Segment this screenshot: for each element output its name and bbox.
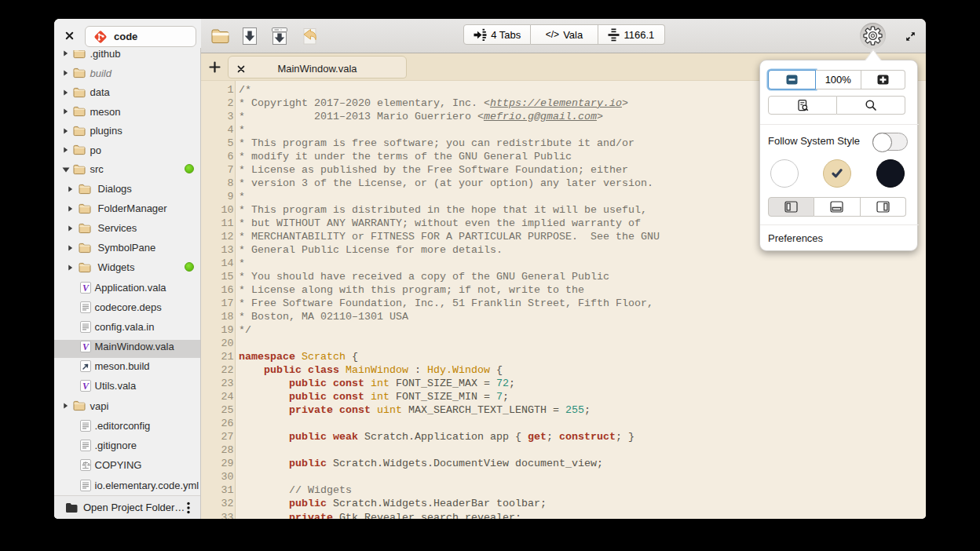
svg-text:V: V bbox=[82, 282, 90, 293]
svg-text:V: V bbox=[82, 341, 90, 352]
svg-text:V: V bbox=[82, 381, 90, 392]
